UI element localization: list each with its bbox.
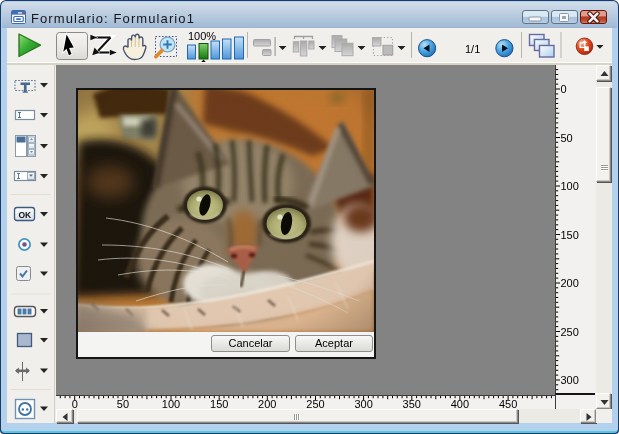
svg-text:100: 100 bbox=[162, 398, 180, 410]
svg-text:0: 0 bbox=[561, 83, 567, 95]
svg-text:50: 50 bbox=[117, 398, 129, 410]
svg-text:450: 450 bbox=[499, 398, 517, 410]
svg-text:200: 200 bbox=[561, 277, 579, 289]
svg-text:50: 50 bbox=[561, 132, 573, 144]
svg-text:0: 0 bbox=[72, 398, 78, 410]
svg-text:250: 250 bbox=[306, 398, 324, 410]
svg-text:300: 300 bbox=[354, 398, 372, 410]
svg-text:300: 300 bbox=[561, 374, 579, 386]
svg-text:250: 250 bbox=[561, 326, 579, 338]
svg-text:400: 400 bbox=[451, 398, 469, 410]
svg-text:100: 100 bbox=[561, 180, 579, 192]
svg-text:350: 350 bbox=[403, 398, 421, 410]
svg-text:OK: OK bbox=[19, 210, 33, 220]
svg-text:150: 150 bbox=[561, 229, 579, 241]
svg-text:150: 150 bbox=[210, 398, 228, 410]
svg-text:200: 200 bbox=[258, 398, 276, 410]
